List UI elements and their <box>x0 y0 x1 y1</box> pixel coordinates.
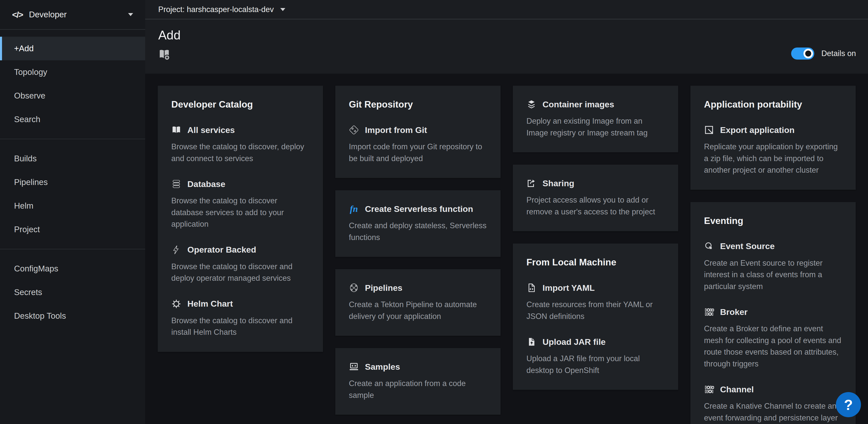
file-code-icon <box>526 283 536 293</box>
tile-title[interactable]: Channel <box>720 385 754 394</box>
event-source-icon <box>704 241 714 251</box>
tile-container-images[interactable]: Container imagesDeploy an existing Image… <box>526 99 664 139</box>
perspective-label: Developer <box>29 10 122 19</box>
sidebar-item-helm[interactable]: Helm <box>0 194 145 218</box>
tile-pipelines[interactable]: PipelinesCreate a Tekton Pipeline to aut… <box>349 283 487 322</box>
sidebar-item-project[interactable]: Project <box>0 218 145 241</box>
sidebar-item-desktop-tools[interactable]: Desktop Tools <box>0 304 145 328</box>
tile-import-yaml[interactable]: Import YAMLCreate resources from their Y… <box>526 283 664 322</box>
card-git-repository[interactable]: Git RepositoryImport from GitImport code… <box>335 86 501 178</box>
tile-heading: Channel <box>704 384 842 394</box>
page-title: Add <box>158 28 856 43</box>
details-toggle: Details on <box>791 48 856 60</box>
tile-all-services[interactable]: All servicesBrowse the catalog to discov… <box>171 125 309 164</box>
toggle-knob <box>803 49 813 58</box>
sidebar-item-secrets[interactable]: Secrets <box>0 281 145 304</box>
sidebar-nav: +AddTopologyObserveSearchBuildsPipelines… <box>0 30 145 328</box>
card-container-images[interactable]: Container imagesDeploy an existing Image… <box>513 86 678 152</box>
sidebar: </> Developer +AddTopologyObserveSearchB… <box>0 0 145 424</box>
tile-broker[interactable]: BrokerCreate a Broker to define an event… <box>704 307 842 370</box>
sidebar-item-configmaps[interactable]: ConfigMaps <box>0 257 145 281</box>
card-create-serverless-function[interactable]: fnCreate Serverless functionCreate and d… <box>335 190 501 257</box>
card-application-portability[interactable]: Application portabilityExport applicatio… <box>690 86 856 190</box>
help-button-label: ? <box>844 396 853 413</box>
helm-icon <box>171 299 181 309</box>
tile-heading: fnCreate Serverless function <box>349 204 487 214</box>
git-icon <box>349 125 359 135</box>
tile-heading: Database <box>171 179 309 189</box>
tile-description: Browse the catalog to discover, deploy a… <box>171 141 309 164</box>
card-from-local-machine[interactable]: From Local MachineImport YAMLCreate reso… <box>513 244 678 390</box>
tile-description: Create an application from a code sample <box>349 378 487 401</box>
sidebar-item-builds[interactable]: Builds <box>0 147 145 170</box>
catalog-book-plus-icon <box>158 49 170 61</box>
tile-title[interactable]: Container images <box>542 100 614 109</box>
tile-heading: Operator Backed <box>171 245 309 255</box>
tile-title[interactable]: Event Source <box>720 241 775 251</box>
tile-description: Create a Tekton Pipeline to automate del… <box>349 299 487 322</box>
sidebar-item-observe[interactable]: Observe <box>0 84 145 108</box>
tile-operator-backed[interactable]: Operator BackedBrowse the catalog to dis… <box>171 245 309 284</box>
tile-title[interactable]: Import YAML <box>542 283 595 293</box>
tile-description: Create a Broker to define an event mesh … <box>704 323 842 370</box>
tile-description: Create a Knative Channel to create an ev… <box>704 400 842 424</box>
help-button[interactable]: ? <box>836 392 861 417</box>
tile-event-source[interactable]: Event SourceCreate an Event source to re… <box>704 241 842 292</box>
tile-title[interactable]: Upload JAR file <box>542 337 606 347</box>
tile-channel[interactable]: ChannelCreate a Knative Channel to creat… <box>704 384 842 424</box>
tile-description: Create and deploy stateless, Serverless … <box>349 220 487 243</box>
details-toggle-label: Details on <box>821 49 856 58</box>
sidebar-item-topology[interactable]: Topology <box>0 60 145 84</box>
tile-title[interactable]: Import from Git <box>365 125 427 135</box>
tile-create-serverless-function[interactable]: fnCreate Serverless functionCreate and d… <box>349 204 487 243</box>
tile-heading: Export application <box>704 125 842 135</box>
perspective-switcher[interactable]: </> Developer <box>0 0 145 30</box>
tile-heading: Event Source <box>704 241 842 251</box>
tile-title[interactable]: Operator Backed <box>187 245 256 255</box>
card-title: Eventing <box>704 216 842 226</box>
tile-helm-chart[interactable]: Helm ChartBrowse the catalog to discover… <box>171 299 309 338</box>
tile-title[interactable]: Helm Chart <box>187 299 233 309</box>
tile-title[interactable]: Create Serverless function <box>365 204 473 214</box>
chevron-down-icon <box>128 13 133 16</box>
tile-description: Browse the catalog to discover and insta… <box>171 315 309 338</box>
tile-sharing[interactable]: SharingProject access allows you to add … <box>526 178 664 218</box>
tile-import-from-git[interactable]: Import from GitImport code from your Git… <box>349 125 487 164</box>
project-selector[interactable]: Project: harshcasper-localsta-dev <box>158 5 285 14</box>
tile-description: Deploy an existing Image from an Image r… <box>526 115 664 139</box>
card-title: Application portability <box>704 99 842 110</box>
sidebar-item-add[interactable]: +Add <box>0 37 145 60</box>
tile-heading: Pipelines <box>349 283 487 293</box>
tile-heading: Upload JAR file <box>526 337 664 347</box>
tile-title[interactable]: Database <box>187 179 225 189</box>
details-toggle-switch[interactable] <box>791 48 814 60</box>
tile-title[interactable]: Export application <box>720 125 795 135</box>
page-header: Add Details on <box>145 19 868 74</box>
card-developer-catalog[interactable]: Developer CatalogAll servicesBrowse the … <box>158 86 323 352</box>
card-eventing[interactable]: EventingEvent SourceCreate an Event sour… <box>690 202 856 424</box>
card-pipelines[interactable]: PipelinesCreate a Tekton Pipeline to aut… <box>335 269 501 336</box>
tile-title[interactable]: Sharing <box>542 178 575 188</box>
tile-description: Import code from your Git repository to … <box>349 141 487 164</box>
card-sharing[interactable]: SharingProject access allows you to add … <box>513 165 678 231</box>
share-icon <box>526 178 536 188</box>
samples-icon <box>349 362 359 372</box>
tile-upload-jar-file[interactable]: Upload JAR fileUpload a JAR file from yo… <box>526 337 664 376</box>
card-samples[interactable]: SamplesCreate an application from a code… <box>335 348 501 415</box>
chevron-down-icon <box>280 8 285 11</box>
tile-title[interactable]: Samples <box>365 362 400 372</box>
sidebar-item-search[interactable]: Search <box>0 108 145 131</box>
layers-icon <box>526 99 536 109</box>
tile-database[interactable]: DatabaseBrowse the catalog to discover d… <box>171 179 309 230</box>
tile-heading: Sharing <box>526 178 664 188</box>
tile-description: Upload a JAR file from your local deskto… <box>526 353 664 376</box>
tile-samples[interactable]: SamplesCreate an application from a code… <box>349 362 487 401</box>
tile-heading: All services <box>171 125 309 135</box>
export-icon <box>704 125 714 135</box>
tile-title[interactable]: Pipelines <box>365 283 402 293</box>
card-title: Developer Catalog <box>171 99 309 110</box>
tile-title[interactable]: All services <box>187 125 235 135</box>
sidebar-item-pipelines[interactable]: Pipelines <box>0 170 145 194</box>
tile-title[interactable]: Broker <box>720 307 748 317</box>
tile-export-application[interactable]: Export applicationReplicate your applica… <box>704 125 842 176</box>
